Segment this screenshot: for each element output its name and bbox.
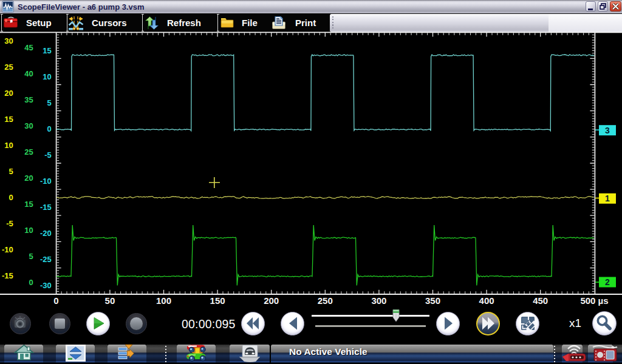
svg-text:10: 10 xyxy=(4,141,13,150)
svg-text:-30: -30 xyxy=(40,281,52,290)
svg-text:0: 0 xyxy=(29,278,33,287)
svg-text:15: 15 xyxy=(43,46,51,55)
svg-text:20: 20 xyxy=(24,174,33,183)
svg-text:0: 0 xyxy=(9,193,13,202)
svg-text:0: 0 xyxy=(47,124,52,133)
svg-text:400: 400 xyxy=(479,295,494,306)
svg-text:30: 30 xyxy=(4,36,13,46)
svg-text:5: 5 xyxy=(47,98,52,107)
svg-text:-15: -15 xyxy=(2,271,13,280)
svg-text:50: 50 xyxy=(105,295,115,306)
svg-text:-5: -5 xyxy=(6,219,13,228)
svg-text:450: 450 xyxy=(533,295,548,306)
svg-text:20: 20 xyxy=(4,89,13,98)
svg-text:3: 3 xyxy=(605,126,610,135)
svg-text:2: 2 xyxy=(605,277,610,287)
svg-text:-25: -25 xyxy=(40,255,52,264)
svg-text:25: 25 xyxy=(24,147,33,157)
svg-text:-10: -10 xyxy=(2,245,13,254)
svg-text:0: 0 xyxy=(53,295,58,306)
svg-text:10: 10 xyxy=(43,72,51,81)
svg-text:200: 200 xyxy=(264,295,279,306)
svg-text:40: 40 xyxy=(24,69,33,78)
svg-text:25: 25 xyxy=(4,62,13,72)
svg-text:-15: -15 xyxy=(40,203,52,212)
svg-text:5: 5 xyxy=(29,252,33,261)
svg-text:350: 350 xyxy=(425,295,440,306)
svg-text:15: 15 xyxy=(24,200,33,209)
svg-text:35: 35 xyxy=(24,95,33,104)
svg-text:15: 15 xyxy=(4,115,13,124)
svg-text:500 µs: 500 µs xyxy=(580,295,608,306)
svg-text:100: 100 xyxy=(156,295,171,306)
svg-text:1: 1 xyxy=(605,194,610,203)
svg-text:300: 300 xyxy=(371,295,386,306)
svg-text:-5: -5 xyxy=(44,150,52,160)
svg-text:5: 5 xyxy=(9,167,13,176)
svg-text:30: 30 xyxy=(24,121,33,130)
svg-text:45: 45 xyxy=(24,43,33,52)
svg-text:150: 150 xyxy=(210,295,225,306)
svg-text:250: 250 xyxy=(318,295,333,306)
svg-text:10: 10 xyxy=(24,226,33,235)
svg-text:-10: -10 xyxy=(40,177,52,186)
svg-text:-20: -20 xyxy=(40,229,52,238)
